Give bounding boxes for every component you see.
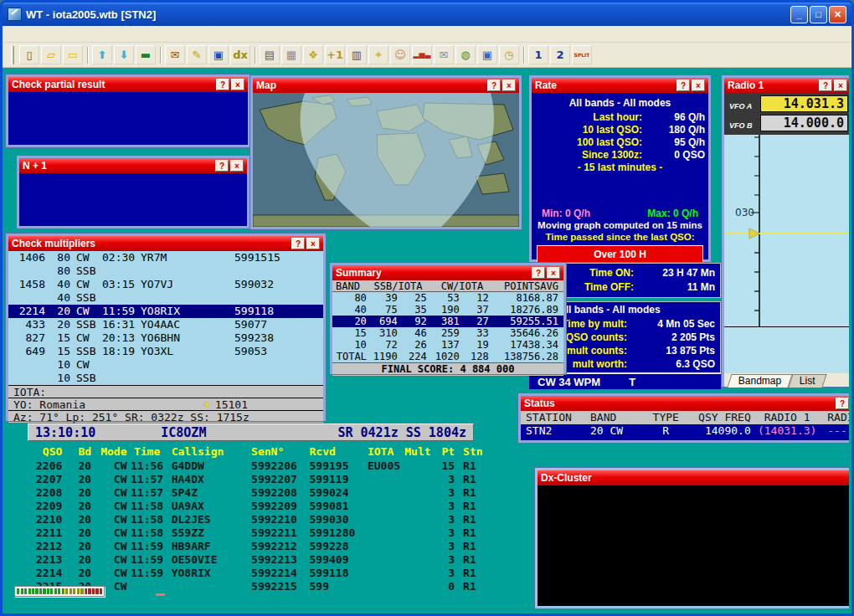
- dx-cluster-titlebar[interactable]: Dx-Cluster: [538, 470, 849, 485]
- radio1-titlebar[interactable]: Radio 1 ? ×: [724, 78, 849, 93]
- bandmap[interactable]: 030: [724, 135, 849, 327]
- move-down-icon[interactable]: ⬇: [114, 45, 134, 64]
- minimize-button[interactable]: _: [790, 6, 808, 23]
- help-icon[interactable]: ?: [819, 80, 832, 91]
- new-message-icon[interactable]: ✎: [187, 45, 207, 64]
- menu-item[interactable]: [63, 33, 76, 36]
- help-icon[interactable]: ?: [216, 79, 229, 90]
- multiplier-row[interactable]: 80 SSB: [8, 264, 323, 278]
- rate-titlebar[interactable]: Rate ? ×: [532, 78, 708, 93]
- n-plus-1-icon[interactable]: +1: [325, 45, 345, 64]
- operator-icon[interactable]: ☺: [390, 45, 410, 64]
- rate-over-button[interactable]: Over 100 H: [537, 245, 703, 264]
- status-titlebar[interactable]: Status ? ×: [521, 396, 849, 411]
- summary-titlebar[interactable]: Summary ? ×: [332, 265, 563, 280]
- summary-band-row[interactable]: 20 694 92 381 27 5925 5.51: [332, 316, 563, 327]
- qso-row[interactable]: 2212 20 CW 11:59 HB9ARF 5992212 599228 3…: [25, 540, 487, 553]
- station-status-row[interactable]: STN2 20 CW R 14090.0 (14031.3) -----: [521, 424, 849, 439]
- map-titlebar[interactable]: Map ? ×: [253, 78, 519, 93]
- check-partial-titlebar[interactable]: Check partial result ? ×: [8, 77, 248, 92]
- alarm-icon[interactable]: ✦: [368, 45, 388, 64]
- radio-1-icon[interactable]: 1: [528, 45, 548, 64]
- dx-window-icon[interactable]: ▣: [208, 45, 229, 64]
- qso-row[interactable]: 2210 20 CW 11:58 DL2JES 5992210 599030 3…: [25, 513, 487, 526]
- multiplier-row[interactable]: 40 SSB: [8, 291, 323, 305]
- rate-icon[interactable]: ▂▅▃: [412, 45, 432, 64]
- multiplier-row[interactable]: 1406 80 CW 02:30 YR7M 5991515: [8, 251, 323, 264]
- close-icon[interactable]: ×: [834, 80, 847, 91]
- help-icon[interactable]: ?: [532, 267, 545, 279]
- summary-band-row[interactable]: TOTAL 1190 224 1020 128 13875 6.28: [332, 351, 563, 362]
- summary-band-row[interactable]: 15 310 46 259 33 3564 6.26: [332, 327, 563, 339]
- close-icon[interactable]: ×: [692, 80, 705, 91]
- close-file-icon[interactable]: ▭: [63, 45, 83, 64]
- help-icon[interactable]: ?: [836, 398, 849, 409]
- help-icon[interactable]: ?: [215, 160, 229, 172]
- check-multipliers-titlebar[interactable]: Check multipliers ? ×: [8, 236, 323, 251]
- n-plus-1-titlebar[interactable]: N + 1 ? ×: [19, 158, 247, 173]
- close-icon[interactable]: ×: [230, 160, 244, 172]
- qso-row[interactable]: 2208 20 CW 11:57 SP4Z 5992208 599024 3 R…: [25, 486, 487, 500]
- multiplier-row[interactable]: 827 15 CW 20:13 YO6BHN 599238: [8, 331, 323, 345]
- summary-window-icon[interactable]: ▦: [281, 45, 301, 64]
- help-icon[interactable]: ?: [291, 238, 305, 249]
- menu-item[interactable]: [90, 33, 103, 36]
- map-globe-icon[interactable]: ◍: [455, 45, 476, 64]
- menu-item[interactable]: [49, 33, 63, 36]
- tab-bandmap[interactable]: Bandmap: [727, 374, 793, 388]
- help-icon[interactable]: ?: [677, 80, 690, 91]
- move-up-icon[interactable]: ⬆: [92, 45, 112, 64]
- summary-band-row[interactable]: 80 39 25 53 12 816 8.87: [332, 292, 563, 304]
- multiplier-row[interactable]: 1458 40 CW 03:15 YO7VJ 599032: [8, 278, 323, 291]
- menu-item[interactable]: [116, 33, 130, 36]
- menu-item[interactable]: [76, 33, 90, 36]
- menu-item[interactable]: [23, 33, 36, 36]
- qso-row[interactable]: 2213 20 CW 11:59 OE50VIE 5992213 599409 …: [25, 553, 487, 567]
- sked-icon[interactable]: ▬: [136, 45, 156, 64]
- qso-row[interactable]: 2211 20 CW 11:58 S59ZZ 5992211 5991280 3…: [25, 526, 487, 540]
- multiplier-row[interactable]: 10 SSB: [8, 372, 323, 385]
- qso-row[interactable]: 2209 20 CW 11:58 UA9AX 5992209 599081 3 …: [25, 500, 487, 513]
- sunrise-sunset: SR 0421z SS 1804z: [337, 425, 466, 440]
- radio-2-icon[interactable]: 2: [550, 45, 570, 64]
- status-header-row: STATION BAND TYPE QSY FREQ RADIO 1 RADIO: [521, 411, 849, 424]
- multiplier-row[interactable]: 2214 20 CW 11:59 YO8RIX 599118: [8, 305, 323, 318]
- bandmap-footer: [724, 327, 849, 373]
- help-icon[interactable]: ?: [487, 80, 501, 91]
- check-partial-icon[interactable]: ▤: [260, 45, 280, 64]
- vfo-a-frequency: 14.031.3: [760, 95, 848, 112]
- map-window: Map ? ×: [250, 75, 522, 229]
- close-button[interactable]: ✕: [829, 6, 846, 23]
- multiplier-row[interactable]: 433 20 SSB 16:31 YO4AAC 59077: [8, 318, 323, 331]
- close-icon[interactable]: ×: [306, 238, 320, 249]
- send-mail-icon[interactable]: ✉: [165, 45, 185, 64]
- check-mult-icon[interactable]: ❖: [303, 45, 323, 64]
- bandmap-window-icon[interactable]: ▣: [477, 45, 497, 64]
- menu-item[interactable]: [9, 33, 23, 36]
- clock-icon[interactable]: ◷: [499, 45, 519, 64]
- tab-list[interactable]: List: [789, 374, 827, 388]
- dx-spot-icon[interactable]: dx: [230, 45, 250, 64]
- close-icon[interactable]: ×: [231, 79, 244, 90]
- maximize-button[interactable]: □: [810, 6, 827, 23]
- qso-row[interactable]: 2206 20 CW 11:56 G4DDW 5992206 599195 EU…: [25, 459, 487, 473]
- close-icon[interactable]: ×: [547, 267, 560, 279]
- status-window-icon[interactable]: ▥: [347, 45, 367, 64]
- title-bar[interactable]: WT - iota2005.wtb [STN2] _ □ ✕: [3, 3, 851, 26]
- multiplier-row[interactable]: 649 15 SSB 18:19 YO3XL 59053: [8, 345, 323, 358]
- qso-row[interactable]: 2207 20 CW 11:57 HA4DX 5992207 599119 3 …: [25, 473, 487, 486]
- dx-cluster-console[interactable]: [538, 485, 849, 606]
- split-icon[interactable]: SPLIT: [572, 45, 592, 64]
- summary-band-row[interactable]: 10 72 26 137 19 1743 8.34: [332, 339, 563, 351]
- menu-item[interactable]: [103, 33, 116, 36]
- summary-band-row[interactable]: 40 75 35 190 37 1827 6.89: [332, 304, 563, 316]
- close-icon[interactable]: ×: [502, 80, 516, 91]
- multiplier-row[interactable]: 10 CW: [8, 358, 323, 372]
- menu-item[interactable]: [36, 33, 49, 36]
- new-file-icon[interactable]: ▯: [19, 45, 39, 64]
- network-mail-icon[interactable]: ✉: [434, 45, 454, 64]
- toolbar-grip[interactable]: [11, 46, 14, 64]
- vfo-a-label: VFO A: [727, 95, 760, 112]
- open-file-icon[interactable]: ▱: [41, 45, 61, 64]
- qso-row[interactable]: 2214 20 CW 11:59 YO8RIX 5992214 599118 3…: [25, 567, 487, 580]
